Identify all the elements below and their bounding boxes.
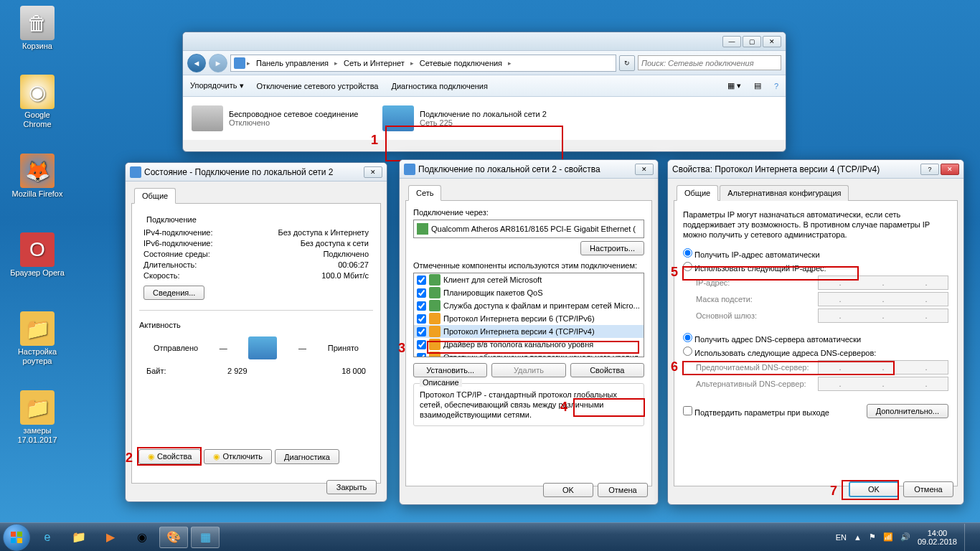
desktop-icon-router-setup[interactable]: 📁Настройка роутера: [10, 311, 65, 366]
close-button-bottom[interactable]: Закрыть: [326, 480, 377, 494]
close-button[interactable]: ✕: [763, 36, 781, 47]
wireless-connection-item[interactable]: Беспроводное сетевое соединениеОтключено: [189, 103, 368, 134]
cancel-button[interactable]: Отмена: [903, 481, 953, 497]
taskbar-network[interactable]: ▦: [191, 527, 220, 548]
breadcrumb[interactable]: ▸Панель управления ▸Сеть и Интернет ▸Сет…: [230, 55, 616, 72]
bc-connections[interactable]: Сетевые подключения: [415, 57, 507, 69]
label: Google Chrome: [10, 110, 65, 129]
component-checkbox[interactable]: [417, 314, 426, 324]
radio-manual-ip[interactable]: Использовать следующий IP-адрес:: [683, 264, 826, 273]
close-button[interactable]: ✕: [635, 164, 654, 175]
tab-general[interactable]: Общие: [134, 188, 176, 204]
lan-connection-item[interactable]: Подключение по локальной сети 2Сеть 225: [380, 103, 559, 134]
tray-volume-icon[interactable]: 🔊: [900, 532, 910, 542]
component-label: Планировщик пакетов QoS: [443, 288, 543, 297]
label: замеры 17.01.2017: [10, 426, 65, 445]
component-item[interactable]: Служба доступа к файлам и принтерам сете…: [414, 299, 644, 312]
search-input[interactable]: [638, 55, 781, 70]
tray-date[interactable]: 09.02.2018: [918, 537, 957, 546]
tray-time[interactable]: 14:00: [918, 529, 957, 537]
tray-flag-icon[interactable]: ▲: [854, 533, 862, 542]
speed-value: 100.0 Мбит/с: [321, 271, 369, 280]
view-icons-button[interactable]: ▦ ▾: [727, 81, 741, 90]
component-label: Ответчик обнаружения топологии канальног…: [443, 353, 639, 357]
cmd-organize[interactable]: Упорядочить ▾: [190, 81, 244, 90]
radio-auto-ip[interactable]: Получить IP-адрес автоматически: [683, 250, 820, 259]
tray-action-center-icon[interactable]: ⚑: [869, 532, 876, 542]
ok-button[interactable]: OK: [849, 481, 899, 497]
bc-network[interactable]: Сеть и Интернет: [339, 57, 409, 69]
disable-button[interactable]: ◉ Отключить: [204, 449, 272, 464]
help-button[interactable]: ?: [920, 164, 939, 175]
desktop-icon-opera[interactable]: OБраузер Opera: [10, 232, 65, 278]
label: Браузер Opera: [10, 268, 65, 278]
forward-button[interactable]: ►: [209, 54, 227, 72]
desktop-icon-folder[interactable]: 📁замеры 17.01.2017: [10, 390, 65, 445]
tray-network-icon[interactable]: 📶: [883, 532, 893, 542]
taskbar-chrome[interactable]: ◉: [128, 527, 156, 548]
component-item[interactable]: Ответчик обнаружения топологии канальног…: [414, 351, 644, 357]
remove-button[interactable]: Удалить: [491, 363, 565, 377]
radio-auto-dns[interactable]: Получить адрес DNS-сервера автоматически: [683, 335, 861, 344]
show-desktop-button[interactable]: [964, 524, 971, 551]
duration-value: 00:06:27: [338, 260, 369, 269]
ok-button[interactable]: OK: [543, 483, 593, 497]
component-checkbox[interactable]: [417, 288, 426, 298]
cmd-diagnose[interactable]: Диагностика подключения: [391, 82, 487, 90]
view-details-button[interactable]: ▤: [754, 81, 761, 90]
component-item[interactable]: Протокол Интернета версии 6 (TCP/IPv6): [414, 312, 644, 325]
configure-button[interactable]: Настроить...: [580, 241, 644, 255]
close-button[interactable]: ✕: [364, 166, 382, 178]
details-button[interactable]: Сведения...: [143, 286, 204, 300]
tray-lang[interactable]: EN: [836, 533, 847, 542]
install-button[interactable]: Установить...: [413, 363, 487, 377]
desktop-icon-firefox[interactable]: 🦊Mozilla Firefox: [10, 154, 65, 199]
component-checkbox[interactable]: [417, 340, 426, 349]
description-text: Протокол TCP/IP - стандартный протокол г…: [420, 390, 638, 420]
component-checkbox[interactable]: [417, 276, 426, 285]
close-button[interactable]: ✕: [941, 164, 959, 175]
refresh-button[interactable]: ↻: [619, 55, 635, 71]
component-item[interactable]: Клиент для сетей Microsoft: [414, 273, 644, 286]
help-button[interactable]: ?: [774, 82, 778, 90]
tab-general[interactable]: Общие: [677, 185, 718, 201]
wireless-icon: [192, 105, 223, 131]
diagnose-button[interactable]: Диагностика: [275, 449, 339, 464]
cmd-disable-device[interactable]: Отключение сетевого устройства: [257, 82, 379, 90]
desktop-icon-chrome[interactable]: ◉Google Chrome: [10, 75, 65, 129]
advanced-button[interactable]: Дополнительно...: [867, 404, 948, 418]
component-label: Протокол Интернета версии 6 (TCP/IPv6): [443, 314, 595, 323]
component-icon: [429, 287, 440, 298]
component-item[interactable]: Драйвер в/в тополога канального уровня: [414, 338, 644, 351]
gateway-field: ...: [818, 309, 948, 323]
system-tray: EN ▲ ⚑ 📶 🔊 14:0009.02.2018: [836, 524, 977, 551]
taskbar-paint[interactable]: 🎨: [159, 527, 188, 548]
start-button[interactable]: [3, 524, 30, 551]
taskbar-ie[interactable]: e: [33, 527, 62, 548]
svg-rect-1: [17, 532, 22, 537]
desktop-icon-recycle-bin[interactable]: 🗑Корзина: [10, 6, 65, 51]
taskbar-media[interactable]: ▶: [96, 527, 125, 548]
components-list[interactable]: Клиент для сетей MicrosoftПланировщик па…: [413, 273, 644, 357]
component-item[interactable]: Планировщик пакетов QoS: [414, 286, 644, 299]
component-item[interactable]: Протокол Интернета версии 4 (TCP/IPv4): [414, 325, 644, 338]
dns2-field: ...: [818, 377, 948, 391]
tab-network[interactable]: Сеть: [408, 185, 441, 201]
tab-alternate[interactable]: Альтернативная конфигурация: [720, 185, 849, 201]
item-properties-button[interactable]: Свойства: [570, 363, 644, 377]
component-icon: [429, 300, 440, 311]
cancel-button[interactable]: Отмена: [598, 483, 648, 497]
properties-button[interactable]: ◉ Свойства: [138, 449, 201, 464]
minimize-button[interactable]: —: [722, 36, 741, 47]
taskbar-explorer[interactable]: 📁: [65, 527, 93, 548]
annotation-7: 7: [830, 484, 837, 499]
back-button[interactable]: ◄: [187, 54, 206, 72]
radio-manual-dns[interactable]: Использовать следующие адреса DNS-сервер…: [683, 349, 876, 357]
component-checkbox[interactable]: [417, 353, 426, 358]
bc-control-panel[interactable]: Панель управления: [252, 57, 333, 69]
maximize-button[interactable]: ▢: [743, 36, 761, 47]
component-checkbox[interactable]: [417, 327, 426, 336]
ip-address-field: ...: [818, 276, 948, 290]
validate-checkbox[interactable]: Подтвердить параметры при выходе: [683, 406, 829, 417]
component-checkbox[interactable]: [417, 301, 426, 311]
